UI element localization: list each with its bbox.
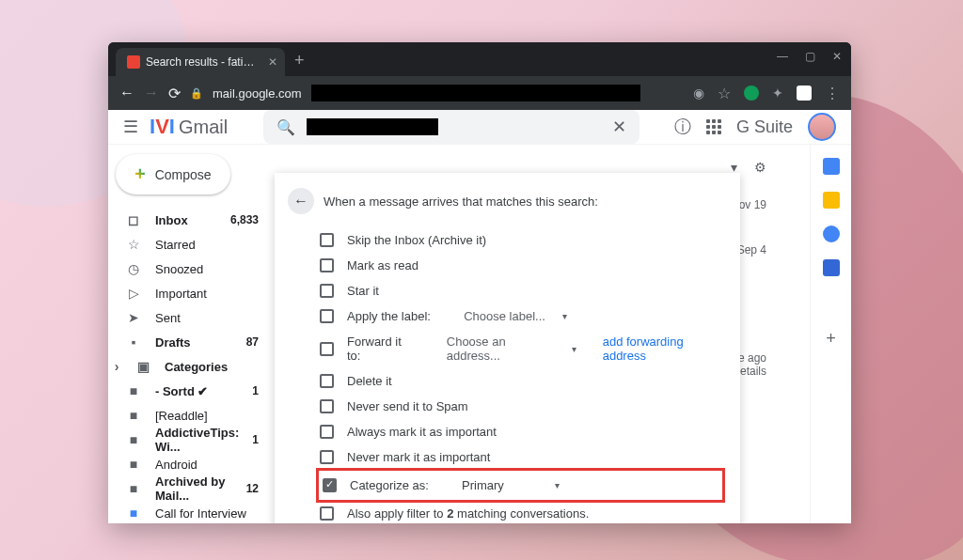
filter-opt-always-important[interactable]: Always mark it as important bbox=[288, 419, 721, 444]
bookmark-star-icon[interactable]: ☆ bbox=[718, 85, 731, 102]
support-icon[interactable]: ⓘ bbox=[674, 116, 691, 138]
filter-opt-mark-read[interactable]: Mark as read bbox=[288, 253, 721, 278]
sidebar-item-inbox[interactable]: ◻Inbox6,833 bbox=[108, 208, 268, 232]
label-icon: ■ bbox=[125, 383, 142, 398]
checkbox-checked[interactable] bbox=[323, 478, 337, 492]
sidebar-item-readdle[interactable]: ■[Readdle] bbox=[108, 403, 268, 428]
sidebar-item-sent[interactable]: ➤Sent bbox=[108, 305, 268, 330]
checkbox[interactable] bbox=[320, 258, 334, 272]
extensions-puzzle-icon[interactable]: ✦ bbox=[772, 86, 783, 101]
checkbox[interactable] bbox=[320, 506, 334, 521]
gmail-brand-text: Gmail bbox=[179, 117, 228, 138]
google-apps-icon[interactable] bbox=[706, 119, 721, 134]
filter-opt-skip-inbox[interactable]: Skip the Inbox (Archive it) bbox=[288, 227, 721, 253]
gmail-favicon-icon bbox=[127, 55, 140, 69]
back-button[interactable]: ← bbox=[288, 188, 314, 214]
chevron-down-icon: ▾ bbox=[572, 344, 576, 354]
label-icon: ■ bbox=[125, 481, 142, 496]
browser-tab[interactable]: Search results - fatima@addicti... ✕ bbox=[116, 48, 285, 76]
label-icon: ■ bbox=[125, 408, 142, 423]
inbox-icon: ◻ bbox=[125, 212, 142, 227]
label-dropdown[interactable]: Choose label... bbox=[464, 309, 545, 323]
settings-gear-icon[interactable]: ⚙ bbox=[754, 160, 766, 175]
reload-button[interactable]: ⟳ bbox=[168, 85, 181, 102]
close-window-button[interactable]: ✕ bbox=[832, 50, 842, 63]
chevron-down-icon: ▾ bbox=[562, 311, 567, 321]
gmail-header: ☰ IVI Gmail 🔍 ✕ ⓘ G Suite bbox=[108, 110, 851, 145]
url-redacted bbox=[311, 85, 640, 101]
main-menu-icon[interactable]: ☰ bbox=[123, 117, 138, 137]
sidebar-item-drafts[interactable]: ▪Drafts87 bbox=[108, 330, 268, 354]
forward-button[interactable]: → bbox=[144, 85, 159, 101]
sidebar: + Compose ◻Inbox6,833 ☆Starred ◷Snoozed … bbox=[108, 145, 268, 523]
address-bar: ← → ⟳ 🔒 mail.google.com ◉ ☆ ✦ ⋮ bbox=[108, 76, 851, 110]
extension-icon-2[interactable] bbox=[797, 86, 812, 101]
sidebar-item-addictive[interactable]: ■AddictiveTips: Wi...1 bbox=[108, 428, 268, 452]
maximize-button[interactable]: ▢ bbox=[805, 50, 815, 63]
chevron-right-icon: › bbox=[112, 359, 121, 374]
minimize-button[interactable]: — bbox=[777, 50, 788, 63]
checkbox[interactable] bbox=[320, 309, 334, 323]
add-forwarding-link[interactable]: add forwarding address bbox=[603, 334, 721, 363]
label-icon: ■ bbox=[125, 506, 142, 521]
tab-bar: Search results - fatima@addicti... ✕ + —… bbox=[108, 42, 851, 76]
filter-opt-star[interactable]: Star it bbox=[288, 278, 721, 303]
sidebar-item-call[interactable]: ■Call for Interview bbox=[108, 501, 268, 523]
filter-heading: When a message arrives that matches this… bbox=[324, 194, 598, 209]
filter-opt-categorize[interactable]: Categorize as: Primary ▾ bbox=[319, 473, 722, 498]
compose-label: Compose bbox=[155, 167, 212, 182]
add-addon-icon[interactable]: + bbox=[826, 329, 836, 349]
filter-panel: ← When a message arrives that matches th… bbox=[275, 173, 740, 523]
checkbox[interactable] bbox=[320, 399, 334, 413]
eye-icon[interactable]: ◉ bbox=[693, 86, 704, 101]
checkbox[interactable] bbox=[320, 284, 334, 298]
gmail-app: ☰ IVI Gmail 🔍 ✕ ⓘ G Suite + Compos bbox=[108, 110, 851, 523]
sidebar-item-categories[interactable]: ›▣Categories bbox=[108, 354, 268, 379]
important-icon: ▷ bbox=[125, 286, 142, 301]
chevron-down-icon: ▾ bbox=[555, 480, 560, 490]
category-dropdown[interactable]: Primary bbox=[462, 478, 504, 492]
gmail-logo[interactable]: IVI Gmail bbox=[150, 115, 228, 139]
sent-icon: ➤ bbox=[125, 310, 142, 325]
drafts-icon: ▪ bbox=[125, 334, 142, 350]
checkbox[interactable] bbox=[320, 425, 334, 439]
url-text[interactable]: mail.google.com bbox=[213, 86, 302, 101]
filter-opt-never-spam[interactable]: Never send it to Spam bbox=[288, 394, 721, 419]
close-tab-icon[interactable]: ✕ bbox=[268, 55, 277, 69]
sidebar-item-starred[interactable]: ☆Starred bbox=[108, 232, 268, 257]
lock-icon[interactable]: 🔒 bbox=[190, 87, 203, 100]
tab-title: Search results - fatima@addicti... bbox=[146, 55, 259, 69]
label-icon: ■ bbox=[125, 457, 142, 472]
label-icon: ■ bbox=[125, 432, 142, 447]
new-tab-button[interactable]: + bbox=[294, 51, 305, 70]
checkbox[interactable] bbox=[320, 450, 334, 464]
address-dropdown[interactable]: Choose an address... bbox=[447, 334, 555, 363]
star-icon: ☆ bbox=[125, 237, 142, 252]
clear-search-icon[interactable]: ✕ bbox=[612, 117, 626, 137]
checkbox[interactable] bbox=[320, 342, 334, 356]
sidebar-item-sortd[interactable]: ■- Sortd ✔1 bbox=[108, 379, 268, 403]
filter-opt-delete[interactable]: Delete it bbox=[288, 368, 721, 394]
highlighted-option: Categorize as: Primary ▾ bbox=[316, 468, 725, 503]
gsuite-logo: G Suite bbox=[736, 117, 793, 137]
checkbox[interactable] bbox=[320, 233, 334, 247]
calendar-icon[interactable] bbox=[823, 158, 840, 175]
account-avatar[interactable] bbox=[808, 113, 836, 141]
filter-opt-forward[interactable]: Forward it to: Choose an address...▾add … bbox=[288, 329, 721, 368]
back-button[interactable]: ← bbox=[119, 85, 134, 101]
tasks-icon[interactable] bbox=[823, 226, 840, 242]
filter-opt-also-apply[interactable]: Also apply filter to 2 matching conversa… bbox=[288, 501, 721, 523]
filter-opt-label[interactable]: Apply the label: Choose label...▾ bbox=[288, 303, 721, 329]
keep-icon[interactable] bbox=[823, 192, 840, 209]
checkbox[interactable] bbox=[320, 374, 334, 388]
sidebar-item-important[interactable]: ▷Important bbox=[108, 281, 268, 305]
sidebar-item-archived[interactable]: ■Archived by Mail...12 bbox=[108, 476, 268, 501]
addon-icon[interactable] bbox=[823, 259, 840, 276]
sidebar-item-snoozed[interactable]: ◷Snoozed bbox=[108, 257, 268, 281]
filter-opt-never-important[interactable]: Never mark it as important bbox=[288, 444, 721, 470]
sidebar-item-android[interactable]: ■Android bbox=[108, 452, 268, 476]
search-input[interactable]: 🔍 ✕ bbox=[263, 110, 639, 144]
extension-icon[interactable] bbox=[744, 86, 759, 101]
browser-menu-icon[interactable]: ⋮ bbox=[825, 85, 840, 102]
compose-button[interactable]: + Compose bbox=[116, 154, 230, 194]
